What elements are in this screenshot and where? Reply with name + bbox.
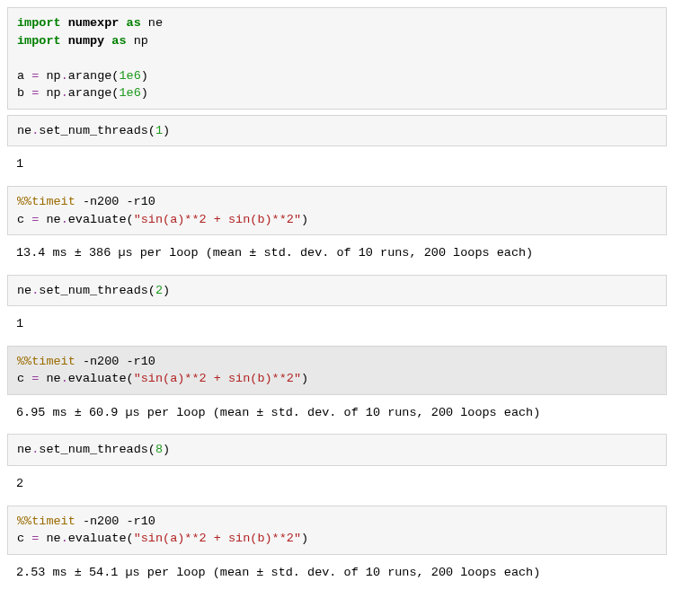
code-token: -n200 -r10 bbox=[75, 515, 155, 528]
code-cell-output: 1 bbox=[7, 152, 667, 186]
code-line: b = np.arange(1e6) bbox=[17, 86, 148, 100]
code-token: c bbox=[17, 532, 31, 545]
code-token: set_num_threads( bbox=[39, 443, 155, 456]
code-token: c bbox=[17, 213, 31, 226]
code-token: as bbox=[119, 16, 147, 30]
code-cell-input[interactable]: ne.set_num_threads(2) bbox=[7, 275, 667, 307]
code-cell-output: 6.95 ms ± 60.9 µs per loop (mean ± std. … bbox=[7, 400, 667, 435]
code-line: %%timeit -n200 -r10 bbox=[17, 195, 155, 208]
code-cell-output: 1 bbox=[7, 312, 667, 346]
code-token: ) bbox=[163, 284, 170, 297]
code-token: "sin(a)**2 + sin(b)**2" bbox=[134, 532, 301, 545]
code-token: "sin(a)**2 + sin(b)**2" bbox=[134, 213, 301, 226]
code-token: numexpr bbox=[68, 16, 120, 30]
code-line: import numexpr as ne bbox=[17, 16, 163, 30]
code-token: ) bbox=[301, 213, 308, 226]
code-token: . bbox=[61, 86, 68, 100]
code-token: -n200 -r10 bbox=[75, 195, 155, 208]
code-token: ) bbox=[163, 443, 170, 456]
code-token: np bbox=[39, 86, 60, 100]
code-token: evaluate( bbox=[68, 372, 134, 385]
code-cell-input[interactable]: import numexpr as ne import numpy as np … bbox=[7, 7, 667, 110]
code-token: ne bbox=[17, 124, 31, 137]
code-line: ne.set_num_threads(2) bbox=[17, 284, 170, 297]
code-token: c bbox=[17, 372, 31, 385]
code-token: 2 bbox=[155, 284, 163, 297]
code-cell-input[interactable]: %%timeit -n200 -r10 c = ne.evaluate("sin… bbox=[7, 506, 667, 555]
notebook-container: import numexpr as ne import numpy as np … bbox=[7, 7, 667, 594]
code-token: ) bbox=[163, 124, 170, 137]
code-line: import numpy as np bbox=[17, 34, 148, 48]
code-token: 1e6 bbox=[119, 86, 140, 100]
code-token: . bbox=[61, 213, 68, 226]
code-cell-output: 2 bbox=[7, 471, 667, 506]
code-token: a bbox=[17, 69, 31, 83]
code-line: c = ne.evaluate("sin(a)**2 + sin(b)**2") bbox=[17, 372, 308, 385]
code-cell-output: 2.53 ms ± 54.1 µs per loop (mean ± std. … bbox=[7, 560, 667, 594]
code-token: ) bbox=[141, 86, 148, 100]
code-token: "sin(a)**2 + sin(b)**2" bbox=[134, 372, 301, 385]
code-token: 1e6 bbox=[119, 69, 140, 83]
code-token: np bbox=[39, 69, 60, 83]
code-token: . bbox=[61, 69, 68, 83]
code-line: ne.set_num_threads(1) bbox=[17, 124, 170, 137]
code-line bbox=[17, 51, 24, 65]
code-token: . bbox=[61, 532, 68, 545]
code-cell-input[interactable]: %%timeit -n200 -r10 c = ne.evaluate("sin… bbox=[7, 186, 667, 235]
code-cell-output: 13.4 ms ± 386 µs per loop (mean ± std. d… bbox=[7, 241, 667, 275]
code-token: %%timeit bbox=[17, 515, 75, 528]
code-token: 1 bbox=[155, 124, 163, 137]
code-token: %%timeit bbox=[17, 195, 75, 208]
code-token: import bbox=[17, 34, 68, 48]
code-token: %%timeit bbox=[17, 355, 75, 368]
code-cell-input[interactable]: ne.set_num_threads(1) bbox=[7, 115, 667, 147]
code-line: c = ne.evaluate("sin(a)**2 + sin(b)**2") bbox=[17, 532, 308, 545]
code-token: set_num_threads( bbox=[39, 124, 155, 137]
code-cell-input[interactable]: %%timeit -n200 -r10 c = ne.evaluate("sin… bbox=[7, 346, 667, 395]
code-token: numpy bbox=[68, 34, 105, 48]
code-token: import bbox=[17, 16, 68, 30]
code-line: c = ne.evaluate("sin(a)**2 + sin(b)**2") bbox=[17, 213, 308, 226]
code-line: %%timeit -n200 -r10 bbox=[17, 515, 155, 528]
code-line: a = np.arange(1e6) bbox=[17, 69, 148, 83]
code-token: as bbox=[104, 34, 133, 48]
code-token: ne bbox=[17, 443, 31, 456]
code-token: . bbox=[61, 372, 68, 385]
code-line: ne.set_num_threads(8) bbox=[17, 443, 170, 456]
code-token: 8 bbox=[155, 443, 163, 456]
code-token: set_num_threads( bbox=[39, 284, 155, 297]
code-token: ) bbox=[301, 532, 308, 545]
code-token: ne bbox=[39, 213, 60, 226]
code-token: ) bbox=[141, 69, 148, 83]
code-cell-input[interactable]: ne.set_num_threads(8) bbox=[7, 434, 667, 466]
code-token: ne bbox=[39, 372, 60, 385]
code-token: b bbox=[17, 86, 31, 100]
code-token: arange( bbox=[68, 86, 120, 100]
code-token: ne bbox=[148, 16, 163, 30]
code-token: -n200 -r10 bbox=[75, 355, 155, 368]
code-token: ) bbox=[301, 372, 308, 385]
code-token: ne bbox=[39, 532, 60, 545]
code-token: ne bbox=[17, 284, 31, 297]
code-token bbox=[17, 51, 24, 65]
code-line: %%timeit -n200 -r10 bbox=[17, 355, 155, 368]
code-token: evaluate( bbox=[68, 213, 134, 226]
code-token: evaluate( bbox=[68, 532, 134, 545]
code-token: np bbox=[134, 34, 148, 48]
code-token: arange( bbox=[68, 69, 120, 83]
